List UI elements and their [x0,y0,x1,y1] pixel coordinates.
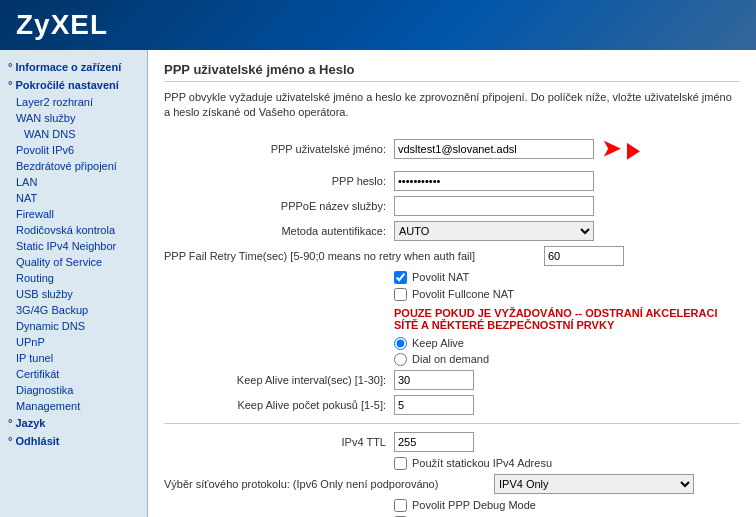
nat-checkbox-row: Povolit NAT [394,271,740,284]
pppoe-input[interactable] [394,196,594,216]
keep-alive-pokusu-label: Keep Alive počet pokusů [1-5]: [164,399,394,411]
sidebar-item-bezdratove[interactable]: Bezdrátové připojení [0,158,147,174]
pppoe-row: PPPoE název služby: [164,196,740,216]
autentifikace-select[interactable]: AUTO PAP CHAP MSCHAPV2 [394,221,594,241]
ipv4-ttl-row: IPv4 TTL [164,432,740,452]
fullcone-label: Povolit Fullcone NAT [412,288,514,300]
password-input[interactable] [394,171,594,191]
keep-alive-label: Keep Alive [412,337,464,349]
sidebar-item-jazyk[interactable]: Jazyk [0,414,147,432]
autentifikace-label: Metoda autentifikace: [164,225,394,237]
password-label: PPP heslo: [164,175,394,187]
keep-alive-interval-row: Keep Alive interval(sec) [1-30]: [164,370,740,390]
main-content: PPP uživatelské jméno a Heslo PPP obvykl… [148,50,756,517]
sidebar-item-upnp[interactable]: UPnP [0,334,147,350]
username-label: PPP uživatelské jméno: [164,143,394,155]
username-row: PPP uživatelské jméno: ➤ ◀ [164,133,740,166]
sidebar-item-management[interactable]: Management [0,398,147,414]
sidebar-item-certifikat[interactable]: Certifikát [0,366,147,382]
dial-on-demand-label: Dial on demand [412,353,489,365]
username-input[interactable] [394,139,594,159]
static-ipv4-label: Použít statickou IPv4 Adresu [412,457,552,469]
ipv4-ttl-input[interactable] [394,432,474,452]
arrow-decoration: ◀ [626,136,639,162]
fullcone-checkbox[interactable] [394,288,407,301]
sidebar-item-routing[interactable]: Routing [0,270,147,286]
sidebar-item-layer2[interactable]: Layer2 rozhraní [0,94,147,110]
sidebar-item-rodicovska[interactable]: Rodičovská kontrola [0,222,147,238]
ppp-retry-label: PPP Fail Retry Time(sec) [5-90;0 means n… [164,250,544,262]
sidebar-item-informace[interactable]: Informace o zařízení [0,58,147,76]
sidebar-item-odhlasit[interactable]: Odhlásit [0,432,147,450]
vyber-label: Výběr síťového protokolu: (Ipv6 Only nen… [164,478,494,490]
sidebar-item-diagnostika[interactable]: Diagnostika [0,382,147,398]
page-title: PPP uživatelské jméno a Heslo [164,62,740,82]
vyber-select[interactable]: IPV4 Only IPV6 Only IPV4/IPV6 Dual Stack [494,474,694,494]
layout: Informace o zařízení Pokročilé nastavení… [0,50,756,517]
sidebar-item-wan-sluzby[interactable]: WAN služby [0,110,147,126]
keep-alive-radio-row: Keep Alive [394,337,740,350]
static-ipv4-checkbox[interactable] [394,457,407,470]
ppp-debug-label: Povolit PPP Debug Mode [412,499,536,511]
vyber-row: Výběr síťového protokolu: (Ipv6 Only nen… [164,474,740,494]
sidebar-item-ip-tunel[interactable]: IP tunel [0,350,147,366]
sidebar-item-static-ipv4[interactable]: Static IPv4 Neighbor [0,238,147,254]
header: ZyXEL [0,0,756,50]
sidebar: Informace o zařízení Pokročilé nastavení… [0,50,148,517]
sidebar-item-nat[interactable]: NAT [0,190,147,206]
keep-alive-radio[interactable] [394,337,407,350]
dial-on-demand-radio-row: Dial on demand [394,353,740,366]
sidebar-item-usb[interactable]: USB služby [0,286,147,302]
logo: ZyXEL [16,9,108,41]
keep-alive-interval-label: Keep Alive interval(sec) [1-30]: [164,374,394,386]
warning-text: POUZE POKUD JE VYŽADOVÁNO -- ODSTRANÍ AK… [394,307,740,331]
password-row: PPP heslo: [164,171,740,191]
keep-alive-pokusu-row: Keep Alive počet pokusů [1-5]: [164,395,740,415]
sidebar-item-povolit-ipv6[interactable]: Povolit IPv6 [0,142,147,158]
ppp-retry-row: PPP Fail Retry Time(sec) [5-90;0 means n… [164,246,740,266]
sidebar-item-3g4g[interactable]: 3G/4G Backup [0,302,147,318]
nat-label: Povolit NAT [412,271,469,283]
keep-alive-pokusu-input[interactable] [394,395,474,415]
ppp-retry-input[interactable] [544,246,624,266]
autentifikace-row: Metoda autentifikace: AUTO PAP CHAP MSCH… [164,221,740,241]
sidebar-item-pokrocile[interactable]: Pokročilé nastavení [0,76,147,94]
static-ipv4-checkbox-row: Použít statickou IPv4 Adresu [394,457,740,470]
keep-alive-interval-input[interactable] [394,370,474,390]
fullcone-checkbox-row: Povolit Fullcone NAT [394,288,740,301]
sidebar-item-lan[interactable]: LAN [0,174,147,190]
radio-group: Keep Alive Dial on demand [394,337,740,366]
dial-on-demand-radio[interactable] [394,353,407,366]
nat-checkbox[interactable] [394,271,407,284]
ppp-debug-checkbox-row: Povolit PPP Debug Mode [394,499,740,512]
sidebar-item-firewall[interactable]: Firewall [0,206,147,222]
username-arrow-icon: ➤ [602,136,620,162]
ppp-debug-checkbox[interactable] [394,499,407,512]
divider-1 [164,423,740,424]
page-description: PPP obvykle vyžaduje uživatelské jméno a… [164,90,740,121]
sidebar-item-dynamic-dns[interactable]: Dynamic DNS [0,318,147,334]
sidebar-item-wan-dns[interactable]: WAN DNS [0,126,147,142]
pppoe-label: PPPoE název služby: [164,200,394,212]
ipv4-ttl-label: IPv4 TTL [164,436,394,448]
sidebar-item-quality[interactable]: Quality of Service [0,254,147,270]
